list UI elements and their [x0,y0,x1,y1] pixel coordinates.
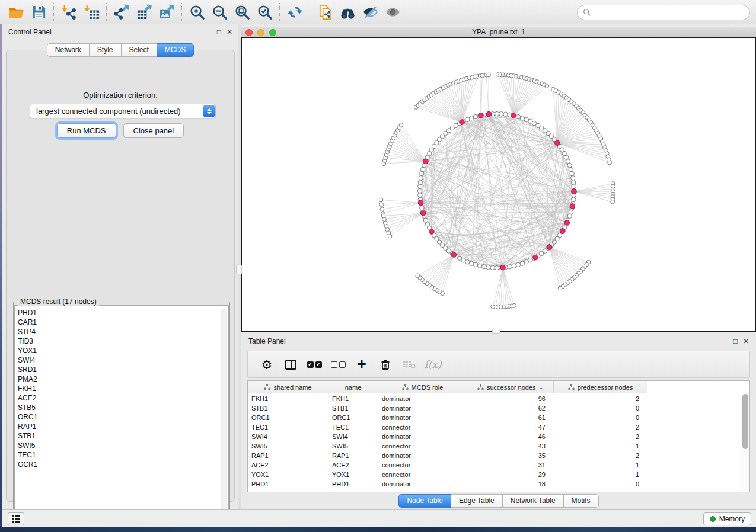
zoom-in-button[interactable] [186,1,208,23]
mcds-result-item[interactable]: SWI5 [18,441,228,450]
table-cell: ACE2 [328,460,378,470]
share-document-button[interactable] [314,1,336,23]
close-table-panel-icon[interactable]: ✕ [743,338,749,345]
table-cell: dominator [378,394,467,403]
add-row-button[interactable]: + [350,353,374,376]
network-window-titlebar[interactable]: YPA_prune.txt_1 [241,27,756,37]
plus-icon: + [357,358,366,370]
table-row[interactable]: ORC1ORC1dominator610 [248,413,740,422]
search-input[interactable] [595,8,744,17]
mcds-result-item[interactable]: STB5 [18,403,228,412]
open-file-button[interactable] [5,1,27,23]
deselect-all-button[interactable] [326,353,350,376]
task-history-button[interactable] [8,512,24,525]
tab-node-table[interactable]: Node Table [398,494,451,508]
mcds-result-item[interactable]: ORC1 [18,412,228,422]
column-header-name[interactable]: name [328,381,378,393]
table-row[interactable]: TEC1TEC1connector472 [248,422,740,432]
tab-style[interactable]: Style [90,43,122,57]
table-cell: 31 [467,460,554,470]
mcds-result-item[interactable]: STP4 [18,327,228,336]
table-row[interactable]: SWI5SWI5connector431 [248,441,740,451]
mcds-result-item[interactable]: TEC1 [18,450,228,460]
select-all-button[interactable]: ✓✓ [302,353,326,376]
export-image-button[interactable] [155,1,178,23]
mcds-result-item[interactable]: SWI4 [18,355,228,365]
mcds-result-item[interactable]: PMA2 [18,374,228,384]
zoom-selected-button[interactable] [253,1,276,23]
network-search[interactable] [577,5,750,20]
mcds-result-item[interactable]: SRD1 [18,365,228,374]
vertical-splitter-grip[interactable] [236,265,242,274]
mcds-list-scrollbar[interactable] [221,309,227,518]
table-cell: RAP1 [248,451,328,460]
network-view-window: YPA_prune.txt_1 [241,27,756,332]
mcds-result-item[interactable]: FKH1 [18,384,228,393]
mcds-result-item[interactable]: PHD1 [18,308,228,318]
column-header-predecessor-nodes[interactable]: predecessor nodes [554,381,647,393]
table-row[interactable]: FKH1FKH1dominator962 [248,394,740,403]
search-network-button[interactable] [336,1,359,23]
tab-motifs[interactable]: Motifs [564,494,599,508]
hide-glyphs-button[interactable] [359,1,381,23]
column-header-shared-name[interactable]: shared name [248,381,328,393]
shared-column-icon [402,384,409,390]
show-glyphs-button[interactable] [381,1,404,23]
tab-network[interactable]: Network [47,43,90,57]
memory-button[interactable]: Memory [703,512,751,525]
table-cell: dominator [378,403,467,413]
optimization-criterion-select[interactable]: largest connected component (undirected) [30,104,216,118]
mcds-result-item[interactable]: TID3 [18,336,228,346]
column-header-successor-nodes[interactable]: successor nodes⌄ [467,381,554,393]
column-layout-button[interactable] [279,353,302,376]
import-table-button[interactable] [80,1,103,23]
mcds-result-list[interactable]: PHD1CAR1STP4TID3YOX1SWI4SRD1PMA2FKH1ACE2… [14,305,229,520]
close-panel-button[interactable]: Close panel [123,123,184,138]
float-panel-icon[interactable]: □ [217,28,221,36]
table-row[interactable]: RAP1RAP1dominator352 [248,451,740,460]
hide-glyphs-icon [362,4,378,20]
export-network-button[interactable] [110,1,133,23]
table-panel-title: Table Panel [248,337,286,345]
export-table-button[interactable] [133,1,155,23]
tab-edge-table[interactable]: Edge Table [451,494,503,508]
table-row[interactable]: ACE2ACE2connector311 [248,460,740,470]
float-table-panel-icon[interactable]: □ [733,338,738,345]
column-header-MCDS-role[interactable]: MCDS role [378,381,467,393]
zoom-out-button[interactable] [208,1,231,23]
status-bar: Memory [2,509,756,527]
network-graph[interactable] [242,38,755,331]
table-row[interactable]: SWI4SWI4dominator462 [248,432,740,441]
toolbar-buttons [5,1,404,23]
tab-mcds[interactable]: MCDS [157,43,194,57]
mcds-result-item[interactable]: YOX1 [18,346,228,355]
delete-row-button[interactable] [374,353,397,376]
mcds-result-item[interactable]: STB1 [18,431,228,441]
import-network-button[interactable] [58,1,80,23]
table-scrollbar[interactable] [741,394,749,492]
shared-column-icon [264,384,270,390]
tab-network-table[interactable]: Network Table [503,494,564,508]
refresh-view-icon [287,4,303,20]
tab-select[interactable]: Select [122,43,157,57]
network-canvas[interactable] [241,37,756,332]
table-row[interactable]: YOX1YOX1connector291 [248,470,740,479]
table-scrollbar-thumb[interactable] [742,394,748,449]
table-row[interactable]: PHD1PHD1dominator180 [248,479,740,489]
mcds-result-item[interactable]: ACE2 [18,393,228,403]
node-table-header: shared namenameMCDS rolesuccessor nodes⌄… [248,381,647,393]
refresh-view-button[interactable] [283,1,306,23]
zoom-fit-button[interactable] [231,1,253,23]
mcds-result-item[interactable]: GCR1 [18,460,228,469]
import-network-icon [61,4,77,20]
settings-button[interactable]: ⚙ [255,353,279,376]
run-mcds-button[interactable]: Run MCDS [57,123,116,138]
save-session-button[interactable] [27,1,50,23]
horizontal-splitter-grip[interactable] [492,329,500,334]
mcds-result-item[interactable]: RAP1 [18,422,228,431]
table-row[interactable]: STB1STB1dominator620 [248,403,740,413]
close-panel-icon[interactable]: ✕ [227,28,232,36]
table-cell: PHD1 [328,479,378,489]
mcds-result-item[interactable]: CAR1 [18,318,228,327]
network-window-title: YPA_prune.txt_1 [241,28,756,36]
